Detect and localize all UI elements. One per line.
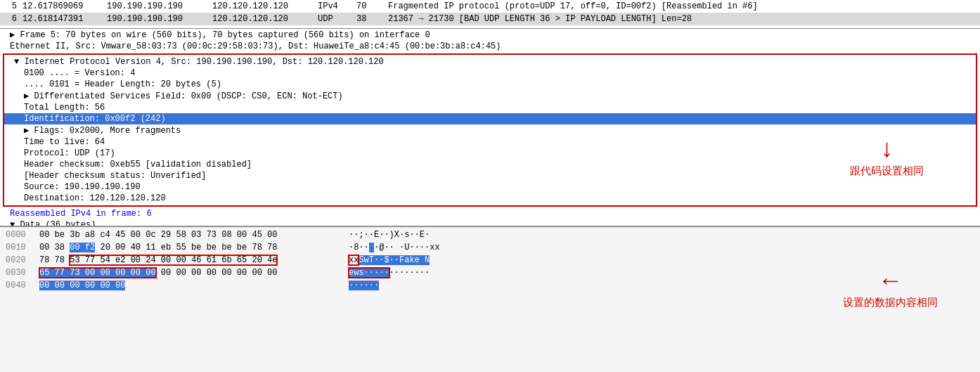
hex-row-0000: 0000 00 be 3b a8 c4 45 00 0c 29 58 03 73… (3, 229, 977, 241)
detail-ip-flags[interactable]: ▶ Flags: 0x2000, More fragments (4, 124, 976, 136)
packet-list: 5 12.617869069 190.190.190.190 120.120.1… (0, 0, 980, 28)
hex-offset-0040: 0040 (6, 281, 39, 290)
hex-ascii-0010: ·8·· ·@·· ·U····xx (335, 243, 974, 252)
hex-offset-0010: 0010 (6, 243, 39, 252)
detail-reassembled[interactable]: Reassembled IPv4 in frame: 6 (0, 208, 980, 219)
detail-ip-dst[interactable]: Destination: 120.120.120.120 (4, 193, 976, 204)
hex-row-0020: 0020 78 78 53 77 54 e2 00 24 00 00 46 61… (3, 254, 977, 267)
annotation-text-middle: 跟代码设置相同 (850, 165, 924, 178)
detail-ip-proto[interactable]: Protocol: UDP (17) (4, 148, 976, 159)
detail-ip-id[interactable]: Identification: 0x00f2 (242) (4, 113, 976, 124)
hex-offset-0020: 0020 (6, 255, 39, 265)
detail-ethernet[interactable]: Ethernet II, Src: Vmware_58:03:73 (00:0c… (0, 41, 980, 52)
detail-ip-version[interactable]: 0100 .... = Version: 4 (4, 68, 976, 79)
ip-section-box: ▼ Internet Protocol Version 4, Src: 190.… (3, 53, 977, 207)
annotation-text-bottom: 设置的数据内容相同 (843, 296, 938, 309)
detail-ip-header[interactable]: ▼ Internet Protocol Version 4, Src: 190.… (4, 56, 976, 68)
packet-row-5[interactable]: 5 12.617869069 190.190.190.190 120.120.1… (0, 0, 980, 13)
hex-bytes-0010: 00 38 00 f2 20 00 40 11 eb 55 be be be b… (39, 243, 335, 252)
hex-row-0030: 0030 65 77 73 00 00 00 00 00 00 00 00 00… (3, 267, 977, 279)
middle-annotation: ↓ 跟代码设置相同 (850, 138, 924, 178)
hex-bytes-0000: 00 be 3b a8 c4 45 00 0c 29 58 03 73 08 0… (39, 230, 335, 240)
detail-ip-checksum-status[interactable]: [Header checksum status: Unverified] (4, 170, 976, 181)
annotation-arrow-middle: ↓ (879, 138, 895, 163)
detail-ip-dscp[interactable]: ▶ Differentiated Services Field: 0x00 (D… (4, 90, 976, 102)
hex-offset-0000: 0000 (6, 230, 39, 240)
hex-row-0040: 0040 00 00 00 00 00 00 ······ (3, 279, 977, 292)
hex-bytes-0040: 00 00 00 00 00 00 (39, 281, 335, 290)
bottom-annotation: ← 设置的数据内容相同 (843, 269, 938, 309)
packet-row-6[interactable]: 6 12.618147391 190.190.190.190 120.120.1… (0, 13, 980, 25)
hex-row-0010: 0010 00 38 00 f2 20 00 40 11 eb 55 be be… (3, 241, 977, 254)
detail-frame[interactable]: ▶ Frame 5: 70 bytes on wire (560 bits), … (0, 29, 980, 41)
packet-detail-panel: ▶ Frame 5: 70 bytes on wire (560 bits), … (0, 29, 980, 226)
detail-ip-src[interactable]: Source: 190.190.190.190 (4, 181, 976, 193)
detail-ip-ttl[interactable]: Time to live: 64 (4, 136, 976, 148)
detail-ip-hdrlen[interactable]: .... 0101 = Header Length: 20 bytes (5) (4, 79, 976, 90)
hex-ascii-0020: xxSwT··$··Fake N (335, 255, 974, 265)
hex-offset-0030: 0030 (6, 268, 39, 278)
hex-ascii-0000: ··;··E··)X·s··E· (335, 230, 974, 240)
hex-bytes-0030: 65 77 73 00 00 00 00 00 00 00 00 00 00 0… (39, 268, 335, 278)
detail-ip-checksum[interactable]: Header checksum: 0xeb55 [validation disa… (4, 159, 976, 170)
detail-ip-totallen[interactable]: Total Length: 56 (4, 102, 976, 113)
detail-data-header[interactable]: ▼ Data (36 bytes) (0, 219, 980, 226)
hex-bytes-0020: 78 78 53 77 54 e2 00 24 00 00 46 61 6b 6… (39, 255, 335, 265)
annotation-arrow-bottom: ← (883, 269, 898, 295)
hex-dump-panel: 0000 00 be 3b a8 c4 45 00 0c 29 58 03 73… (0, 226, 980, 372)
